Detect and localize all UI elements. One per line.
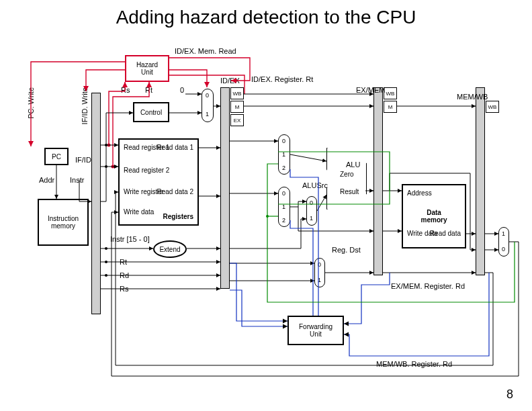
dmem-addr: Address [407,189,432,197]
rt-bot: Rt [120,258,127,266]
mux-fwd-b-1: 1 [282,203,285,210]
mux-memtoreg-1: 1 [502,230,505,237]
rs-bot: Rs [120,285,128,293]
svg-point-3 [112,165,115,169]
exmem-regrd-label: EX/MEM. Register. Rd [391,282,465,290]
mux-memtoreg-0: 0 [502,246,505,253]
svg-point-11 [105,144,107,146]
pipe-exmem [373,87,383,275]
regfile-title: Registers [163,213,193,220]
mux-fwd-b-2: 2 [282,217,285,224]
mux-stall-1: 1 [206,111,209,118]
memwb-wb: WB [486,101,499,113]
ifidwrite-label: IF/ID. Write [81,87,89,124]
instr-range: Instr [15 - 0] [110,235,150,243]
page-title: Adding hazard detection to the CPU [0,7,532,28]
mux-stall: 0 1 [202,89,214,122]
instruction-memory: Instruction memory [38,199,89,246]
mux-regdst: 0 1 [314,258,325,287]
idex-ex: EX [230,114,244,126]
pipe-idex [220,87,230,289]
exmem-m: M [384,101,397,113]
mux-stall-0: 0 [206,92,209,99]
mux-fwd-b-0: 0 [282,190,285,197]
pipe-ifid [91,93,101,314]
pipe-memwb [476,87,485,275]
alu-result: Result [340,188,359,195]
svg-point-14 [105,261,107,263]
pcwrite-label: PC. Write [27,87,35,119]
regfile-rr2: Read register 2 [124,167,169,174]
svg-point-2 [107,144,111,147]
memwb-regrd-label: MEM/WB. Register. Rd [376,360,452,368]
addr-label: Addr [39,176,54,184]
svg-point-15 [105,274,107,277]
idex-regrt-label: ID/EX. Register. Rt [251,75,313,83]
forwarding-unit: Forwarding Unit [287,316,344,345]
regfile-wd: Write data [124,208,154,216]
regfile-rd1: Read data 1 [157,144,194,151]
regfile-rd2: Read data 2 [157,188,194,195]
mux-alusrc-0: 0 [310,199,313,206]
exmem-wb: WB [384,87,397,99]
svg-point-12 [105,165,107,168]
zero-into-mux: 0 [180,86,184,94]
exmem-label: EX/MEM [356,86,385,94]
ifid-label: IF/ID [75,156,91,164]
idex-m: M [230,101,244,113]
slide-number: 8 [506,387,513,402]
alu-label: ALU [346,161,360,169]
svg-point-33 [266,215,269,218]
mux-regdst-1: 1 [318,277,321,283]
mux-fwd-a-0: 0 [282,138,285,144]
mux-fwd-b: 0 1 2 [278,187,290,227]
pc-register: PC [44,148,69,165]
mux-fwd-a: 0 1 2 [278,134,290,175]
register-file: Registers Read register 1 Read data 1 Re… [118,138,199,226]
memwb-label: MEM/WB [457,93,488,101]
regdst-label: Reg. Dst [332,246,361,254]
dmem-title: Data memory [421,209,447,224]
mux-regdst-0: 0 [318,261,321,268]
mux-fwd-a-2: 2 [282,165,285,171]
svg-point-13 [105,247,107,250]
idex-memread-label: ID/EX. Mem. Read [175,47,236,55]
mux-memtoreg: 1 0 [498,227,509,257]
hazard-unit: Hazard Unit [125,55,169,82]
sign-extend: Extend [153,240,187,258]
alusrc-label: ALUSrc [302,181,328,189]
data-memory: Data memory Address Write data Read data [402,184,466,248]
idex-label: ID/EX [220,77,240,85]
alu: ALU [326,148,367,210]
mux-alusrc-1: 1 [310,215,313,222]
idex-wb: WB [230,87,244,99]
control-block: Control [133,102,169,122]
rt-top: Rt [145,86,152,94]
mux-alusrc: 0 1 [306,196,317,226]
rd-bot: Rd [120,271,129,279]
rs-top: Rs [121,86,130,94]
dmem-rd: Read data [430,230,461,237]
mux-fwd-a-1: 1 [282,151,285,158]
alu-zero: Zero [340,171,354,178]
instr-label: Instr [70,176,84,184]
